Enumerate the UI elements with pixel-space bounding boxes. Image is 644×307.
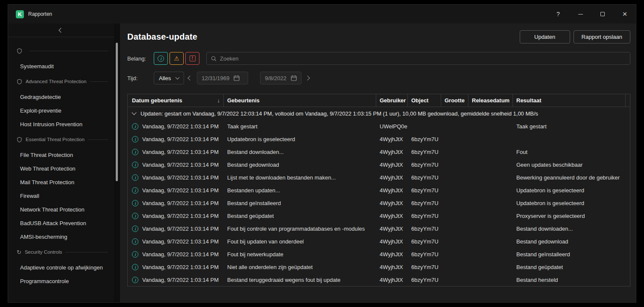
column-header-release-date[interactable]: Releasedatum	[468, 94, 513, 107]
cell-object: 6bzyYm7U	[408, 222, 441, 235]
table-row[interactable]: i Vandaag, 9/7/2022 1:03:14 PM Bestand g…	[128, 209, 630, 222]
date-from-field[interactable]: 12/31/1969	[197, 72, 248, 84]
prev-period-button[interactable]	[184, 72, 196, 84]
cell-date: Vandaag, 9/7/2022 1:03:14 PM	[142, 238, 219, 245]
cell-object: 6bzyYm7U	[408, 184, 441, 197]
column-header-result[interactable]: Resultaat	[513, 94, 626, 107]
table-row[interactable]: i Vandaag, 9/7/2022 1:03:14 PM Updatebro…	[128, 133, 630, 145]
warning-icon: ⚠	[174, 55, 179, 62]
search-box[interactable]	[206, 52, 630, 65]
table-row[interactable]: i Vandaag, 9/7/2022 1:03:14 PM Bestanden…	[128, 184, 630, 197]
refresh-icon: ↻	[17, 249, 21, 255]
time-filter-row: Tijd: Alles 12/31/1969	[127, 72, 630, 84]
cell-object	[408, 120, 441, 133]
cell-event: Fout bij controle van programmadatabases…	[224, 222, 376, 235]
filter-warning-button[interactable]: ⚠	[170, 52, 184, 65]
sidebar-item-label: Host Intrusion Prevention	[20, 121, 82, 127]
table-row[interactable]: i Vandaag, 9/7/2022 1:03:14 PM Fout bij …	[128, 235, 630, 248]
group-row[interactable]: Updaten: gestart om Vandaag, 9/7/2022 12…	[128, 107, 630, 120]
table-row[interactable]: i Vandaag, 9/7/2022 1:03:14 PM Bestand d…	[128, 145, 630, 158]
sidebar-item[interactable]: Mail Threat Protection	[8, 175, 114, 189]
table-row[interactable]: i Vandaag, 9/7/2022 1:03:14 PM Bestand g…	[128, 197, 630, 209]
column-header-object[interactable]: Object	[408, 94, 441, 107]
minimize-button[interactable]	[577, 11, 584, 17]
sidebar-list: Systeemaudit Advanced Threat Protection …	[8, 37, 114, 288]
table-row[interactable]: i Vandaag, 9/7/2022 1:03:14 PM Taak gest…	[128, 120, 630, 133]
filter-critical-button[interactable]: !	[185, 52, 199, 65]
sidebar-item[interactable]: BadUSB Attack Prevention	[8, 216, 114, 230]
sidebar-item[interactable]: Network Threat Protection	[8, 203, 114, 216]
sidebar-item[interactable]: File Threat Protection	[8, 148, 114, 162]
cell-date: Vandaag, 9/7/2022 1:03:14 PM	[142, 264, 219, 270]
sidebar-item[interactable]: Gedragsdetectie	[8, 90, 114, 104]
sidebar-item[interactable]: Firewall	[8, 189, 114, 203]
cell-result: Taak gestart	[513, 120, 626, 133]
save-report-button[interactable]: Rapport opslaan	[574, 30, 630, 43]
chevron-down-icon	[132, 110, 136, 115]
cell-user: 4WyjhJtX	[376, 235, 408, 248]
cell-user: 4WyjhJtX	[376, 248, 408, 261]
search-input[interactable]	[220, 55, 626, 62]
filter-info-button[interactable]: i	[154, 52, 168, 65]
minimize-icon	[578, 14, 583, 14]
time-range-select[interactable]: Alles	[154, 72, 184, 84]
cell-release-date	[468, 184, 513, 197]
info-icon: i	[132, 238, 138, 245]
sidebar-item[interactable]: Exploit-preventie	[8, 104, 114, 117]
sidebar-item[interactable]: Systeemaudit	[8, 59, 114, 73]
search-icon	[211, 56, 217, 61]
table-row[interactable]: i Vandaag, 9/7/2022 1:03:14 PM Bestand g…	[128, 158, 630, 171]
sidebar-item[interactable]: Web Threat Protection	[8, 162, 114, 175]
info-icon: i	[132, 162, 138, 168]
section-divider	[90, 81, 108, 82]
cell-user: 4WyjhJtX	[376, 273, 408, 286]
cell-release-date	[468, 171, 513, 184]
cell-result: Proxyserver is geselecteerd	[513, 209, 626, 222]
cell-result: Bestand hersteld	[513, 273, 626, 286]
cell-user: 4WyjhJtX	[376, 222, 408, 235]
cell-date: Vandaag, 9/7/2022 1:03:14 PM	[142, 226, 219, 232]
cell-event: Bestand gedownload	[224, 158, 376, 171]
table-row[interactable]: i Vandaag, 9/7/2022 1:03:14 PM Bestand t…	[128, 273, 630, 286]
column-header-size[interactable]: Grootte	[441, 94, 468, 107]
sidebar-item[interactable]: Adaptieve controle op afwijkingen	[8, 261, 114, 274]
sidebar-item[interactable]: AMSI-bescherming	[8, 230, 114, 243]
cell-result: Bewerking geannuleerd door de gebruiker	[513, 171, 626, 184]
update-button[interactable]: Updaten	[520, 30, 570, 43]
cell-date: Vandaag, 9/7/2022 1:03:14 PM	[142, 277, 219, 283]
column-header-event[interactable]: Gebeurtenis	[224, 94, 376, 107]
help-button[interactable]: ?	[555, 11, 562, 17]
sidebar-scrollbar-thumb[interactable]	[116, 43, 118, 181]
cell-size	[441, 273, 468, 286]
info-icon: i	[132, 200, 138, 206]
column-header-date[interactable]: Datum gebeurtenis ↓	[128, 94, 224, 107]
table-row[interactable]: i Vandaag, 9/7/2022 1:03:14 PM Fout bij …	[128, 222, 630, 235]
cell-size	[441, 184, 468, 197]
cell-scrollbar-spacer	[626, 171, 632, 184]
sidebar-collapse-button[interactable]	[8, 23, 114, 37]
sidebar-section-label: Security Controls	[25, 249, 62, 255]
table-row[interactable]: i Vandaag, 9/7/2022 1:03:14 PM Lijst met…	[128, 171, 630, 184]
table-row[interactable]: i Vandaag, 9/7/2022 1:03:14 PM Niet alle…	[128, 261, 630, 273]
close-button[interactable]: ×	[621, 11, 628, 17]
next-period-button[interactable]	[302, 72, 313, 84]
sidebar-section-label: Advanced Threat Protection	[26, 79, 86, 84]
cell-user: 4WyjhJtX	[376, 133, 408, 145]
cell-user: 4WyjhJtX	[376, 184, 408, 197]
sidebar-item[interactable]: Programmacontrole	[8, 274, 114, 288]
table-header: Datum gebeurtenis ↓ Gebeurtenis Gebruike…	[128, 94, 630, 107]
table-scrollbar-track	[626, 94, 632, 107]
events-table: Datum gebeurtenis ↓ Gebeurtenis Gebruike…	[127, 94, 630, 287]
date-to-field[interactable]: 9/8/2022	[260, 72, 302, 84]
sidebar-item[interactable]: Host Intrusion Prevention	[8, 117, 114, 131]
cell-user: 4WyjhJtX	[376, 209, 408, 222]
cell-size	[441, 209, 468, 222]
column-header-user[interactable]: Gebruiker	[376, 94, 408, 107]
cell-scrollbar-spacer	[626, 145, 632, 158]
cell-event: Fout bij updaten van onderdeel	[224, 235, 376, 248]
maximize-button[interactable]	[599, 11, 606, 17]
cell-user: 4WyjhJtX	[376, 261, 408, 273]
cell-event: Bestanden updaten...	[224, 184, 376, 197]
table-row[interactable]: i Vandaag, 9/7/2022 1:03:14 PM Fout bij …	[128, 248, 630, 261]
cell-object: 6bzyYm7U	[408, 158, 441, 171]
